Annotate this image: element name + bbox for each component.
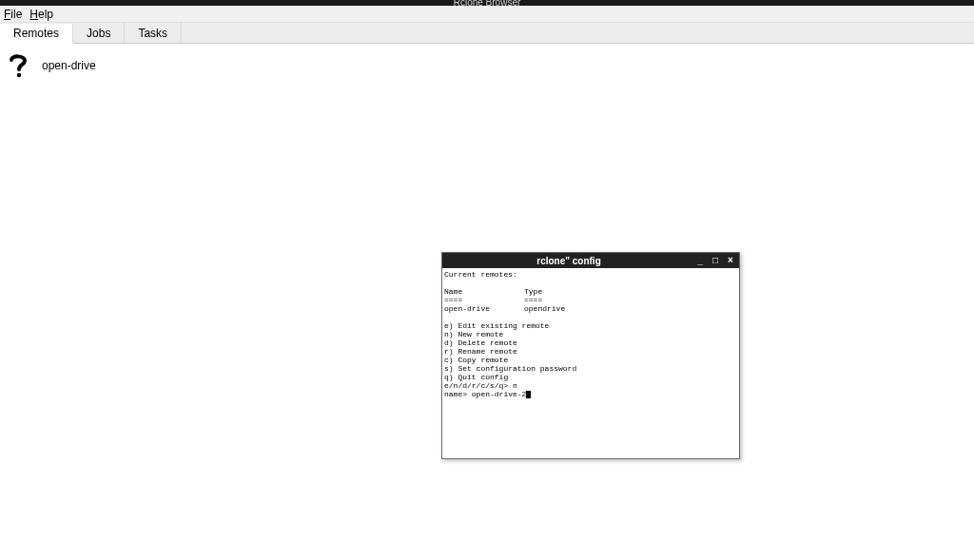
menu-help[interactable]: Help	[29, 8, 53, 21]
window-controls: _ □ ×	[695, 256, 739, 265]
prompt-name-value: open-drive-2	[472, 390, 527, 398]
dialog-title: rclone" config	[442, 256, 695, 266]
col-name-header: Name	[444, 287, 524, 296]
menu-line: r) Rename remote	[444, 347, 517, 356]
remote-name: open-drive	[42, 59, 96, 72]
tab-label: Tasks	[138, 27, 167, 40]
menu-line: q) Quit config	[444, 373, 508, 381]
prompt-choice: e/n/d/r/c/s/q> n	[444, 381, 517, 390]
rclone-config-dialog[interactable]: rclone" config _ □ × Current remotes: Na…	[441, 252, 740, 459]
menubar: File Help	[0, 6, 974, 23]
row-name: open-drive	[444, 304, 524, 313]
col-rule: ====	[524, 296, 542, 304]
minimize-icon[interactable]: _	[695, 256, 705, 265]
question-icon	[8, 53, 29, 78]
close-icon[interactable]: ×	[726, 256, 735, 265]
maximize-icon[interactable]: □	[711, 256, 720, 265]
col-rule: ====	[444, 296, 524, 304]
term-header: Current remotes:	[444, 270, 517, 279]
row-type: opendrive	[524, 304, 565, 313]
app-title: Rclone Browser	[454, 0, 521, 6]
terminal-output[interactable]: Current remotes: NameType ======== open-…	[442, 268, 739, 400]
menu-line: c) Copy remote	[444, 356, 508, 364]
cursor-icon	[526, 391, 531, 398]
menu-line: n) New remote	[444, 330, 503, 338]
tab-remotes[interactable]: Remotes	[0, 24, 73, 44]
tabbar: Remotes Jobs Tasks	[0, 23, 974, 44]
dialog-titlebar[interactable]: rclone" config _ □ ×	[442, 253, 739, 268]
tab-label: Remotes	[13, 27, 59, 40]
tab-jobs[interactable]: Jobs	[73, 23, 125, 43]
remote-item[interactable]: open-drive	[0, 44, 974, 87]
tab-label: Jobs	[87, 27, 110, 40]
menu-line: s) Set configuration password	[444, 364, 576, 373]
col-type-header: Type	[524, 287, 542, 296]
prompt-name-label: name>	[444, 390, 472, 398]
tab-tasks[interactable]: Tasks	[125, 23, 182, 43]
content-area: open-drive rclone" config _ □ × Current …	[0, 44, 974, 560]
menu-line: d) Delete remote	[444, 338, 517, 347]
menu-line: e) Edit existing remote	[444, 321, 549, 330]
menu-file[interactable]: File	[4, 8, 22, 21]
svg-point-0	[17, 73, 21, 77]
